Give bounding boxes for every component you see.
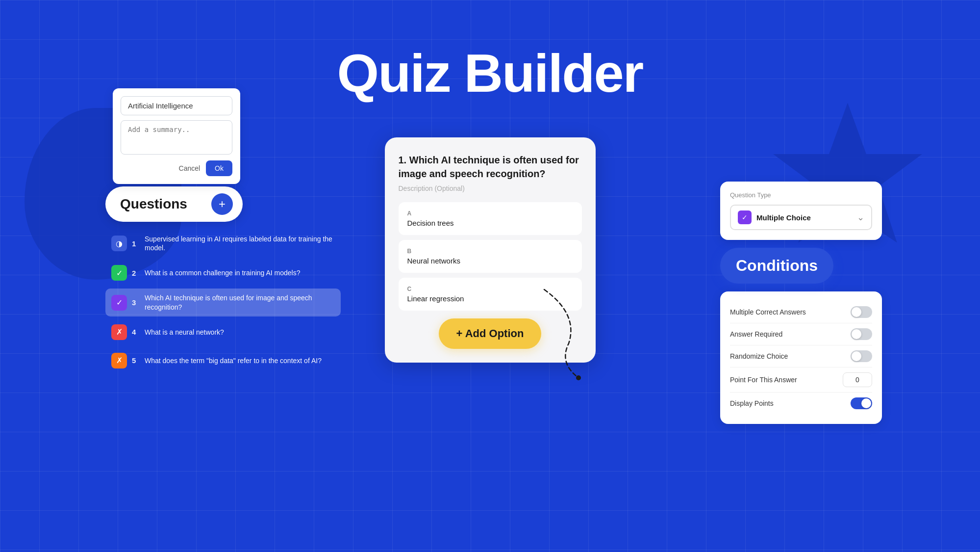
question-type-label: Question Type (730, 191, 872, 199)
display-points-toggle[interactable] (851, 397, 872, 409)
condition-display-points-label: Display Points (730, 399, 774, 407)
answer-required-toggle[interactable] (851, 328, 872, 340)
condition-answer-required: Answer Required (730, 323, 872, 345)
question-item-3[interactable]: ✓ 3 Which AI technique is often used for… (105, 289, 341, 316)
cancel-button[interactable]: Cancel (179, 164, 201, 172)
option-letter-c: C (407, 286, 573, 292)
option-letter-a: A (407, 210, 573, 217)
questions-header: Questions + (105, 186, 243, 222)
question-item-5[interactable]: ✗ 5 What does the term "big data" refer … (105, 348, 341, 373)
question-type-selector[interactable]: ✓ Multiple Choice ⌄ (730, 205, 872, 230)
question-list: ◑ 1 Supervised learning in AI requires l… (105, 230, 341, 373)
topic-summary-input[interactable] (121, 120, 232, 155)
randomize-choice-toggle[interactable] (851, 350, 872, 362)
q-text-2: What is a common challenge in training A… (145, 268, 301, 277)
q-text-5: What does the term "big data" refer to i… (145, 356, 322, 365)
condition-multiple-correct: Multiple Correct Answers (730, 301, 872, 323)
quiz-card: 1. Which AI technique is often used for … (385, 137, 596, 363)
condition-display-points: Display Points (730, 393, 872, 414)
condition-point-answer: Point For This Answer (730, 368, 872, 393)
q-number-2: 2 (132, 269, 140, 277)
q-text-1: Supervised learning in AI requires label… (145, 235, 335, 252)
conditions-badge: Conditions (720, 248, 833, 284)
right-panel: Question Type ✓ Multiple Choice ⌄ Condit… (720, 182, 882, 424)
condition-answer-required-label: Answer Required (730, 330, 782, 338)
condition-point-answer-label: Point For This Answer (730, 376, 797, 384)
condition-randomize-choice-label: Randomize Choice (730, 352, 788, 360)
conditions-card: Multiple Correct Answers Answer Required… (720, 291, 882, 424)
quiz-question-text: 1. Which AI technique is often used for … (399, 153, 582, 181)
condition-multiple-correct-label: Multiple Correct Answers (730, 308, 806, 316)
condition-randomize-choice: Randomize Choice (730, 345, 872, 368)
q-icon-3: ✓ (111, 295, 127, 311)
question-item-4[interactable]: ✗ 4 What is a neural network? (105, 319, 341, 345)
q-text-4: What is a neural network? (145, 328, 224, 337)
questions-header-label: Questions (120, 196, 187, 212)
q-number-4: 4 (132, 328, 140, 336)
question-item-1[interactable]: ◑ 1 Supervised learning in AI requires l… (105, 230, 341, 257)
q-text-3: Which AI technique is often used for ima… (145, 293, 335, 311)
option-item-b[interactable]: B Neural networks (399, 240, 582, 273)
multiple-choice-icon: ✓ (738, 210, 752, 224)
save-button[interactable]: Ok (206, 160, 232, 176)
add-question-button[interactable]: + (211, 193, 233, 215)
topic-input-card: Cancel Ok (113, 88, 240, 184)
option-text-a: Decision trees (407, 219, 573, 227)
q-icon-5: ✗ (111, 353, 127, 368)
chevron-down-icon: ⌄ (857, 212, 864, 223)
conditions-label: Conditions (736, 257, 818, 274)
question-item-2[interactable]: ✓ 2 What is a common challenge in traini… (105, 260, 341, 286)
option-item-a[interactable]: A Decision trees (399, 202, 582, 235)
add-option-button[interactable]: + Add Option (439, 318, 542, 349)
q-number-1: 1 (132, 239, 140, 248)
option-text-b: Neural networks (407, 257, 573, 265)
option-letter-b: B (407, 248, 573, 255)
points-input[interactable] (843, 372, 872, 387)
topic-title-input[interactable] (121, 96, 232, 115)
question-type-value: Multiple Choice (756, 213, 811, 222)
q-icon-1: ◑ (111, 236, 127, 251)
q-icon-2: ✓ (111, 265, 127, 281)
option-text-c: Linear regression (407, 294, 573, 303)
multiple-correct-toggle[interactable] (851, 306, 872, 318)
page-title: Quiz Builder (337, 42, 643, 104)
q-number-3: 3 (132, 298, 140, 307)
q-icon-4: ✗ (111, 324, 127, 340)
questions-panel: Questions + ◑ 1 Supervised learning in A… (105, 186, 341, 373)
option-item-c[interactable]: C Linear regression (399, 278, 582, 311)
q-number-5: 5 (132, 356, 140, 365)
question-type-card: Question Type ✓ Multiple Choice ⌄ (720, 182, 882, 240)
qt-selector-left: ✓ Multiple Choice (738, 210, 811, 224)
quiz-description: Description (Optional) (399, 184, 582, 192)
